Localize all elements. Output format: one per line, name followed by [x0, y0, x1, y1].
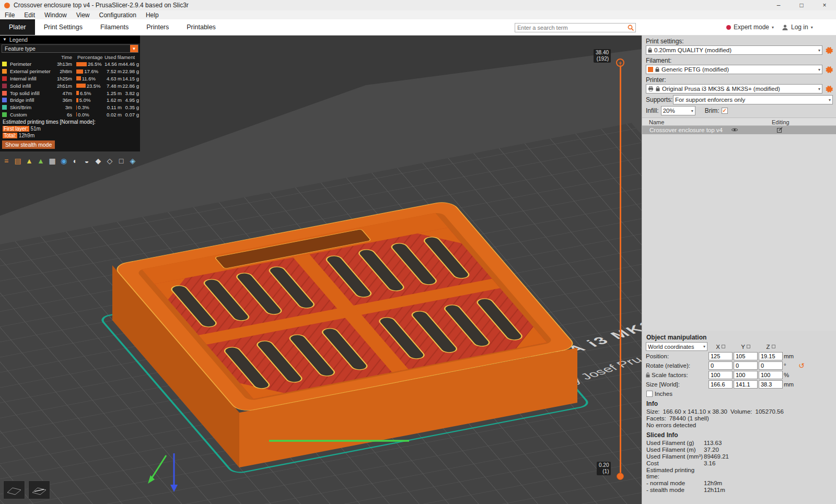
- feature-time: 1h25m: [53, 76, 72, 81]
- scale-y-input[interactable]: [734, 371, 758, 379]
- tool-change-icon[interactable]: ◐: [70, 156, 80, 166]
- printer-select[interactable]: Original Prusa i3 MK3S & MK3S+ (modified…: [646, 84, 822, 93]
- show-stealth-mode-button[interactable]: Show stealth mode: [2, 140, 55, 149]
- layer-slider-top-tooltip: 38.40 (192): [594, 49, 611, 63]
- brim-checkbox[interactable]: ✓: [722, 108, 728, 114]
- size-x-input[interactable]: [709, 380, 733, 389]
- scale-x-input[interactable]: [709, 371, 733, 379]
- shells-icon[interactable]: ◇: [104, 156, 115, 166]
- tab-printables[interactable]: Printables: [178, 19, 225, 35]
- tab-printers[interactable]: Printers: [137, 19, 178, 35]
- mode-label: Expert mode: [734, 24, 769, 31]
- close-button[interactable]: ×: [813, 0, 836, 10]
- minimize-button[interactable]: –: [767, 0, 790, 10]
- feature-meters: 7.48 m: [104, 83, 122, 89]
- sliced-label: - stealth mode: [646, 487, 704, 493]
- rotate-x-input[interactable]: [709, 361, 733, 370]
- sliced-label: Used Filament (m): [646, 447, 704, 453]
- layers-icon[interactable]: ▤: [13, 156, 23, 166]
- maximize-button[interactable]: □: [790, 0, 813, 10]
- menu-file[interactable]: File: [0, 11, 19, 19]
- layer-slider-track[interactable]: [620, 63, 621, 476]
- feature-time: 3h13m: [53, 61, 72, 67]
- tab-print-settings[interactable]: Print Settings: [35, 19, 91, 35]
- tab-filaments[interactable]: Filaments: [91, 19, 137, 35]
- feature-meters: 4.63 m: [104, 76, 122, 81]
- feature-name: Custom: [8, 112, 53, 118]
- layer-slider-upper-handle[interactable]: +: [616, 58, 624, 67]
- retractions-icon[interactable]: ▲: [24, 156, 34, 166]
- visibility-eye-icon[interactable]: [731, 127, 738, 132]
- percentage-bar: [76, 106, 77, 110]
- feature-color-swatch: [2, 98, 7, 102]
- feature-type-select[interactable]: Feature type ▼: [2, 44, 138, 53]
- travel-moves-icon[interactable]: ◈: [127, 156, 138, 166]
- print-settings-select[interactable]: 0.20mm QUALITY (modified) ▾: [646, 45, 822, 55]
- color-change-icon[interactable]: ◉: [59, 156, 69, 166]
- rotate-z-input[interactable]: [759, 361, 783, 370]
- supports-label: Supports:: [646, 96, 671, 103]
- search-input[interactable]: [515, 25, 627, 31]
- position-z-input[interactable]: [759, 352, 783, 360]
- inches-label: Inches: [655, 391, 672, 397]
- user-icon: [782, 24, 788, 31]
- tab-plater[interactable]: Plater: [0, 19, 35, 35]
- mode-selector[interactable]: Expert mode ▾: [726, 24, 774, 31]
- object-list-body[interactable]: Crossover enclosure top v4: [642, 126, 836, 331]
- menu-view[interactable]: View: [72, 11, 95, 19]
- feature-meters: 7.52 m: [104, 68, 122, 74]
- coordinates-select[interactable]: World coordinates ▾: [646, 342, 707, 351]
- rotate-unit: °: [784, 362, 797, 369]
- search-box[interactable]: [515, 23, 636, 32]
- menu-configuration[interactable]: Configuration: [95, 11, 141, 19]
- edit-object-icon[interactable]: [777, 127, 783, 133]
- view-thumbnail-preview[interactable]: [28, 480, 50, 499]
- feature-lines-icon[interactable]: ≡: [1, 156, 11, 166]
- scale-z-input[interactable]: [759, 371, 783, 379]
- pause-print-icon[interactable]: ◒: [82, 156, 92, 166]
- scale-lock-icon[interactable]: [646, 372, 650, 378]
- custom-gcode-icon[interactable]: ◆: [93, 156, 103, 166]
- total-time: Total: 12h9m: [0, 132, 140, 139]
- deretractions-icon[interactable]: ▲: [36, 156, 46, 166]
- view-thumbnail-3d[interactable]: [3, 480, 25, 499]
- filament-gear-button[interactable]: [825, 66, 833, 74]
- position-x-input[interactable]: [709, 352, 733, 360]
- object-row[interactable]: Crossover enclosure top v4: [642, 126, 836, 134]
- printer-gear-button[interactable]: [825, 85, 833, 93]
- position-y-input[interactable]: [734, 352, 758, 360]
- rotate-y-input[interactable]: [734, 361, 758, 370]
- rotate-reset-button[interactable]: ↺: [798, 362, 808, 369]
- inches-checkbox[interactable]: [646, 391, 653, 397]
- first-layer-time: First layer: 51m: [0, 125, 140, 132]
- print-settings-gear-button[interactable]: [825, 46, 833, 54]
- percentage-bar: [76, 91, 79, 95]
- box-icon[interactable]: □: [116, 156, 126, 166]
- login-button[interactable]: Log in ▾: [782, 24, 813, 31]
- size-z-input[interactable]: [759, 380, 783, 389]
- legend-row: External perimeter 2h8m 17.6% 7.52 m 22.…: [0, 68, 140, 75]
- legend-header[interactable]: ▼ Legend: [0, 36, 140, 43]
- print-settings-label: Print settings:: [646, 38, 836, 45]
- menu-help[interactable]: Help: [141, 11, 164, 19]
- layer-slider-lower-handle[interactable]: [617, 473, 624, 480]
- errors-status: No errors detected: [646, 422, 696, 428]
- infill-select[interactable]: 20% ▾: [661, 106, 695, 115]
- axis-z-header: Z: [759, 344, 783, 350]
- menu-window[interactable]: Window: [40, 11, 72, 19]
- filament-select[interactable]: Generic PETG (modified) ▾: [646, 65, 822, 74]
- supports-select[interactable]: For support enforcers only ▾: [673, 95, 833, 104]
- viewport-3d[interactable]: ORIGINAL PRUSA i3 MK3 by Josef Pru: [0, 36, 642, 504]
- seams-grid-icon[interactable]: ▦: [47, 156, 57, 166]
- feature-name: Bridge infill: [8, 97, 53, 103]
- sliced-value: 89469.21: [704, 453, 729, 460]
- chevron-down-icon: ▾: [818, 67, 820, 72]
- feature-color-swatch: [2, 62, 7, 66]
- supports-value: For support enforcers only: [675, 97, 745, 103]
- size-y-input[interactable]: [734, 380, 758, 389]
- coordinates-value: World coordinates: [648, 344, 694, 350]
- dropdown-arrow-icon: ▼: [130, 45, 138, 52]
- menu-edit[interactable]: Edit: [19, 11, 40, 19]
- sliced-info-title: Sliced Info: [646, 431, 836, 439]
- feature-grams: 44.46 g: [122, 61, 139, 67]
